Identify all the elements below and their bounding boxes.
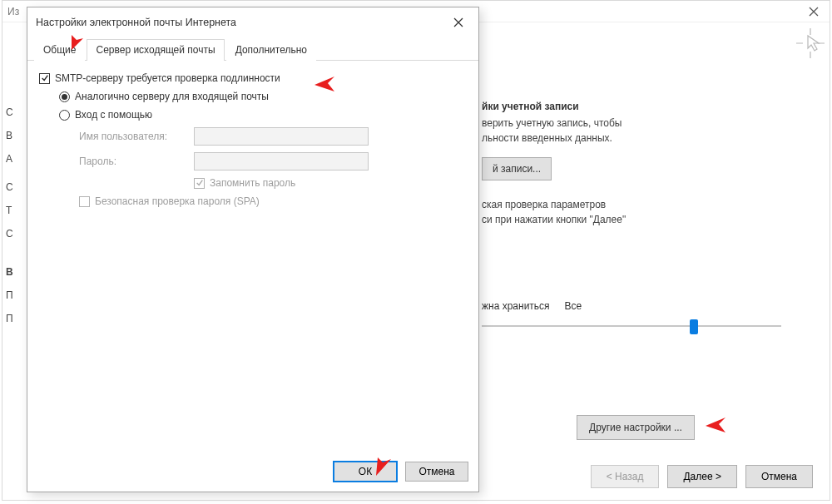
ok-button[interactable]: ОК <box>334 462 397 482</box>
tab-general[interactable]: Общие <box>34 39 85 61</box>
dialog-body: SMTP-серверу требуется проверка подлинно… <box>27 61 478 207</box>
password-input <box>194 152 369 170</box>
remember-password-checkbox <box>194 178 205 189</box>
password-label: Пароль: <box>79 156 194 167</box>
smtp-auth-row: SMTP-серверу требуется проверка подлинно… <box>39 72 467 84</box>
spa-row: Безопасная проверка пароля (SPA) <box>39 195 467 207</box>
password-row: Пароль: <box>79 152 467 170</box>
offline-label: жна храниться <box>482 300 550 312</box>
offline-slider[interactable] <box>482 317 781 337</box>
login-with-label: Вход с помощью <box>75 109 152 121</box>
cursor-graphic <box>796 27 825 63</box>
tab-advanced[interactable]: Дополнительно <box>226 39 316 61</box>
wizard-buttons: < Назад Далее > Отмена <box>591 465 813 488</box>
more-settings-button[interactable]: Другие настройки ... <box>577 415 695 440</box>
spa-checkbox <box>79 196 90 207</box>
back-button: < Назад <box>591 465 660 488</box>
check-icon <box>41 74 49 82</box>
dialog-close-button[interactable] <box>442 11 475 34</box>
wizard-header-text: Из <box>7 6 19 17</box>
smtp-auth-checkbox[interactable] <box>39 73 50 84</box>
dialog-title: Настройки электронной почты Интернета <box>36 17 236 28</box>
auto-check-line1: ская проверка параметров <box>482 199 815 210</box>
same-as-incoming-row: Аналогично серверу для входящей почты <box>39 91 467 102</box>
same-as-incoming-radio[interactable] <box>59 91 70 102</box>
username-label: Имя пользователя: <box>79 131 194 142</box>
test-account-button[interactable]: й записи... <box>482 157 552 180</box>
same-as-incoming-label: Аналогично серверу для входящей почты <box>75 91 269 102</box>
username-input <box>194 127 369 146</box>
auto-check-line2: си при нажатии кнопки "Далее" <box>482 214 815 225</box>
account-test-line2: льности введенных данных. <box>482 132 815 144</box>
remember-password-label: Запомнить пароль <box>210 177 295 189</box>
wizard-close-button[interactable] <box>801 2 826 21</box>
account-test-title: йки учетной записи <box>482 101 815 112</box>
dialog-buttons: ОК Отмена <box>334 462 468 482</box>
check-icon <box>196 179 204 187</box>
dialog-titlebar: Настройки электронной почты Интернета <box>27 7 478 37</box>
login-with-row: Вход с помощью <box>39 109 467 121</box>
close-icon <box>453 17 463 27</box>
account-test-section: йки учетной записи верить учетную запись… <box>482 101 815 337</box>
username-row: Имя пользователя: <box>79 127 467 146</box>
next-button[interactable]: Далее > <box>667 465 737 488</box>
slider-thumb[interactable] <box>690 319 698 334</box>
offline-value: Все <box>565 300 582 312</box>
account-test-line1: верить учетную запись, чтобы <box>482 117 815 129</box>
dialog-tabs: Общие Сервер исходящей почты Дополнитель… <box>27 37 478 61</box>
offline-row: жна храниться Все <box>482 300 815 312</box>
internet-email-settings-dialog: Настройки электронной почты Интернета Об… <box>27 7 479 492</box>
spa-label: Безопасная проверка пароля (SPA) <box>95 195 260 207</box>
dialog-cancel-button[interactable]: Отмена <box>405 462 468 482</box>
truncated-left-labels: С В А С Т С В П П <box>6 101 13 330</box>
tab-outgoing-server[interactable]: Сервер исходящей почты <box>87 39 224 61</box>
smtp-auth-label: SMTP-серверу требуется проверка подлинно… <box>55 72 280 84</box>
login-with-radio[interactable] <box>59 110 70 121</box>
wizard-cancel-button[interactable]: Отмена <box>745 465 813 488</box>
remember-row: Запомнить пароль <box>79 177 467 189</box>
close-icon <box>809 7 819 17</box>
